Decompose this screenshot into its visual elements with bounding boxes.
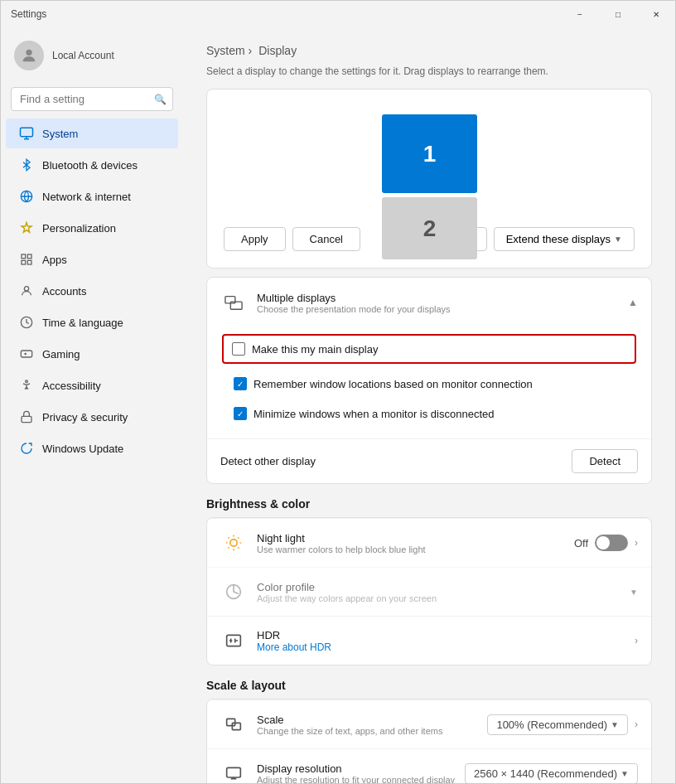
display-2[interactable]: 2 — [382, 197, 477, 259]
sidebar-label-apps: Apps — [42, 254, 67, 266]
detect-button[interactable]: Detect — [572, 449, 638, 473]
make-main-display-item[interactable]: Make this my main display — [222, 334, 636, 364]
network-icon — [19, 189, 34, 204]
privacy-icon — [19, 409, 34, 424]
sidebar-label-accounts: Accounts — [42, 285, 86, 298]
remember-locations-checkbox[interactable]: ✓ — [234, 377, 247, 390]
detect-row: Detect other display Detect — [207, 438, 651, 483]
hdr-link[interactable]: More about HDR — [257, 641, 331, 653]
sidebar-label-personalization: Personalization — [42, 222, 116, 235]
color-profile-item[interactable]: Color profile Adjust the way colors appe… — [207, 567, 651, 616]
search-icon: 🔍 — [154, 94, 167, 105]
svg-point-14 — [230, 540, 237, 546]
svg-line-18 — [238, 547, 239, 548]
make-main-label: Make this my main display — [252, 343, 378, 356]
accessibility-icon — [19, 378, 34, 393]
svg-rect-3 — [22, 254, 26, 259]
svg-rect-11 — [22, 416, 31, 422]
sidebar-label-accessibility: Accessibility — [42, 380, 101, 392]
sidebar-item-apps[interactable]: Apps — [6, 244, 178, 274]
sidebar-item-gaming[interactable]: Gaming — [6, 339, 178, 369]
color-profile-icon — [220, 578, 247, 605]
settings-window: Settings − □ ✕ Local Account 🔍 — [0, 0, 676, 784]
night-light-subtitle: Use warmer colors to help block blue lig… — [257, 544, 426, 554]
title-bar-title: Settings — [11, 8, 46, 20]
resolution-dropdown[interactable]: 2560 × 1440 (Recommended) ▼ — [465, 763, 638, 784]
detect-label: Detect other display — [220, 455, 316, 467]
gaming-icon — [19, 346, 34, 361]
multiple-displays-header[interactable]: Multiple displays Choose the presentatio… — [207, 278, 651, 327]
sidebar-item-windows-update[interactable]: Windows Update — [6, 433, 178, 463]
bluetooth-icon — [19, 157, 34, 172]
sidebar-item-accessibility[interactable]: Accessibility — [6, 370, 178, 400]
minimize-windows-label: Minimize windows when a monitor is disco… — [254, 408, 494, 420]
time-icon — [19, 315, 34, 330]
multiple-displays-subtitle: Choose the presentation mode for your di… — [257, 304, 451, 314]
toggle-knob — [596, 536, 610, 549]
accounts-icon — [19, 283, 34, 298]
extend-button[interactable]: Extend these displays ▼ — [494, 227, 635, 251]
apply-button[interactable]: Apply — [224, 227, 286, 251]
scale-layout-section: Scale Change the size of text, apps, and… — [206, 699, 652, 783]
svg-rect-5 — [22, 260, 26, 264]
remember-locations-item[interactable]: ✓ Remember window locations based on mon… — [220, 369, 638, 399]
multiple-displays-chevron-icon: ▲ — [628, 297, 638, 308]
sidebar-item-network[interactable]: Network & internet — [6, 181, 178, 211]
sidebar-item-personalization[interactable]: Personalization — [6, 213, 178, 243]
search-input[interactable] — [11, 87, 173, 111]
sidebar-label-gaming: Gaming — [42, 348, 80, 361]
hdr-title: HDR — [257, 629, 331, 641]
svg-line-21 — [229, 547, 229, 548]
sidebar-label-bluetooth: Bluetooth & devices — [42, 159, 138, 172]
multiple-displays-title: Multiple displays — [257, 292, 451, 304]
sidebar-item-system[interactable]: System — [6, 119, 178, 148]
windows-update-icon — [19, 441, 34, 456]
close-button[interactable]: ✕ — [637, 1, 675, 27]
username-label: Local Account — [52, 50, 114, 61]
cancel-button[interactable]: Cancel — [292, 227, 360, 251]
resolution-item[interactable]: Display resolution Adjust the resolution… — [207, 748, 651, 783]
scale-item[interactable]: Scale Change the size of text, apps, and… — [207, 699, 651, 748]
svg-rect-26 — [227, 767, 241, 777]
night-light-title: Night light — [257, 532, 426, 544]
make-main-checkbox[interactable] — [232, 342, 245, 356]
svg-point-10 — [26, 380, 28, 383]
minimize-windows-checkbox[interactable]: ✓ — [234, 407, 247, 420]
personalization-icon — [19, 220, 34, 235]
svg-line-22 — [238, 538, 239, 539]
subtitle: Select a display to change the settings … — [206, 65, 652, 77]
svg-rect-6 — [27, 260, 31, 264]
minimize-windows-item[interactable]: ✓ Minimize windows when a monitor is dis… — [220, 399, 638, 428]
system-icon — [19, 126, 34, 141]
main-content: System › Display Select a display to cha… — [183, 27, 675, 783]
scale-dropdown[interactable]: 100% (Recommended) ▼ — [487, 714, 628, 735]
color-profile-subtitle: Adjust the way colors appear on your scr… — [257, 593, 437, 603]
sidebar-item-bluetooth[interactable]: Bluetooth & devices — [6, 150, 178, 180]
sidebar-item-accounts[interactable]: Accounts — [6, 276, 178, 306]
display-1[interactable]: 1 — [382, 114, 477, 193]
night-light-item[interactable]: Night light Use warmer colors to help bl… — [207, 518, 651, 567]
title-bar: Settings − □ ✕ — [1, 1, 675, 27]
page-title-row: System › Display — [206, 44, 652, 60]
multiple-displays-body: Make this my main display ✓ Remember win… — [207, 327, 651, 438]
apps-icon — [19, 252, 34, 267]
sidebar-item-privacy[interactable]: Privacy & security — [6, 402, 178, 432]
svg-point-7 — [24, 287, 28, 291]
scale-chevron-icon: ▼ — [611, 720, 619, 729]
svg-line-17 — [229, 538, 229, 539]
hdr-item[interactable]: HDR More about HDR › — [207, 616, 651, 665]
resolution-icon — [220, 760, 247, 783]
app-body: Local Account 🔍 System Bluetooth & devic… — [1, 27, 675, 783]
extend-chevron-icon: ▼ — [614, 235, 622, 244]
sidebar-label-network: Network & internet — [42, 191, 131, 203]
maximize-button[interactable]: □ — [599, 1, 637, 27]
resolution-chevron-icon: ▼ — [620, 769, 629, 778]
sidebar-item-time[interactable]: Time & language — [6, 307, 178, 337]
color-profile-title: Color profile — [257, 581, 437, 593]
night-light-icon — [220, 530, 247, 556]
hdr-icon — [220, 627, 247, 654]
resolution-title: Display resolution — [257, 762, 455, 775]
night-light-toggle[interactable] — [595, 535, 628, 551]
display-area: 1 2 — [224, 106, 635, 214]
minimize-button[interactable]: − — [561, 1, 599, 27]
